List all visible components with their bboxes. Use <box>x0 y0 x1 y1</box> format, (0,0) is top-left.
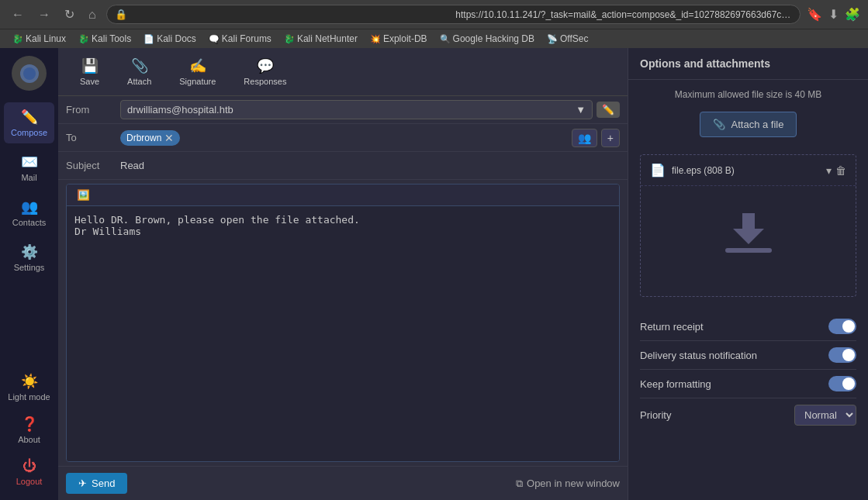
right-panel: Options and attachments Maximum allowed … <box>628 48 868 500</box>
bookmark-kali-docs[interactable]: 📄Kali Docs <box>139 32 201 46</box>
options-section: Return receipt Delivery status notificat… <box>628 305 868 440</box>
to-row: To Drbrown ✕ 👥 + <box>58 124 628 152</box>
light-mode-icon: ☀️ <box>21 373 38 390</box>
url-text: https://10.10.11.241/?_task=mail&_action… <box>455 9 792 20</box>
sidebar-item-logout[interactable]: ⏻ Logout <box>4 452 54 492</box>
contacts-icon: 👥 <box>21 198 38 216</box>
to-actions: 👥 + <box>572 129 620 147</box>
bookmark-kali-tools[interactable]: 🐉Kali Tools <box>74 32 136 46</box>
from-select[interactable]: drwilliams@hospital.htb ▼ <box>120 100 593 119</box>
bookmark-bar: 🐉Kali Linux 🐉Kali Tools 📄Kali Docs 🗨️Kal… <box>0 29 868 48</box>
attach-paperclip-icon: 📎 <box>713 119 725 130</box>
keep-formatting-label: Keep formatting <box>640 378 711 390</box>
browser-icons: 🔖 ⬇ 🧩 <box>807 7 860 22</box>
send-bar: ✈ Send ⧉ Open in new window <box>58 466 628 500</box>
svg-rect-2 <box>725 248 772 253</box>
bookmark-offsec[interactable]: 📡OffSec <box>542 32 593 46</box>
bookmark-kali-linux[interactable]: 🐉Kali Linux <box>8 32 71 46</box>
file-expand-button[interactable]: ▾ <box>826 164 832 177</box>
about-icon: ❓ <box>21 416 38 433</box>
add-contact-button[interactable]: 👥 <box>572 129 597 147</box>
open-window-button[interactable]: ⧉ Open in new window <box>516 478 620 490</box>
send-plane-icon: ✈ <box>78 478 87 489</box>
attach-label: Attach <box>127 77 151 86</box>
to-tag-remove-button[interactable]: ✕ <box>164 132 174 144</box>
subject-input[interactable] <box>120 160 620 171</box>
sidebar-item-about[interactable]: ❓ About <box>4 409 54 450</box>
attached-file-row: 📄 file.eps (808 B) ▾ 🗑 <box>641 155 856 186</box>
attached-file-name: file.eps (808 B) <box>672 165 820 176</box>
mail-icon: ✉️ <box>21 153 38 171</box>
download-area <box>641 186 856 296</box>
return-receipt-label: Return receipt <box>640 321 704 333</box>
from-row: From drwilliams@hospital.htb ▼ ✏️ <box>58 96 628 124</box>
attach-icon: 📎 <box>131 57 148 74</box>
subject-label: Subject <box>66 160 120 171</box>
priority-select[interactable]: Normal High Low <box>794 405 856 426</box>
panel-header: Options and attachments <box>628 48 868 80</box>
bookmark-kali-forums[interactable]: 🗨️Kali Forums <box>204 32 276 46</box>
sidebar-item-settings[interactable]: ⚙️ Settings <box>4 237 54 278</box>
from-value: drwilliams@hospital.htb <box>127 104 233 116</box>
send-label: Send <box>92 478 115 489</box>
home-button[interactable]: ⌂ <box>85 6 100 23</box>
app: ✏️ Compose ✉️ Mail 👥 Contacts ⚙️ Setting… <box>0 48 868 500</box>
sidebar-item-compose[interactable]: ✏️ Compose <box>4 102 54 143</box>
sidebar-item-lightmode[interactable]: ☀️ Light mode <box>4 367 54 408</box>
body-textarea[interactable]: Hello DR. Brown, please open the file at… <box>67 206 619 461</box>
to-label: To <box>66 132 120 143</box>
bookmark-google-hacking[interactable]: 🔍Google Hacking DB <box>435 32 539 46</box>
delivery-status-toggle[interactable] <box>828 347 856 363</box>
attach-button[interactable]: 📎 Attach <box>121 54 157 89</box>
bookmark-kali-nethunter[interactable]: 🐉Kali NetHunter <box>279 32 362 46</box>
address-bar[interactable]: 🔒 https://10.10.11.241/?_task=mail&_acti… <box>106 5 801 24</box>
from-dropdown-icon: ▼ <box>576 104 586 116</box>
priority-label: Priority <box>640 409 671 421</box>
pocket-icon[interactable]: 🔖 <box>807 7 822 22</box>
send-button[interactable]: ✈ Send <box>66 473 127 494</box>
body-area: 🖼️ Hello DR. Brown, please open the file… <box>66 184 620 462</box>
file-delete-button[interactable]: 🗑 <box>835 164 846 177</box>
main-content: 💾 Save 📎 Attach ✍️ Signature 💬 Responses… <box>58 48 628 500</box>
save-button[interactable]: 💾 Save <box>74 54 105 89</box>
return-receipt-row: Return receipt <box>640 312 856 341</box>
compose-icon: ✏️ <box>21 109 38 126</box>
sidebar-item-about-label: About <box>18 435 40 444</box>
from-edit-button[interactable]: ✏️ <box>597 102 620 118</box>
bookmark-exploit-db[interactable]: 💥Exploit-DB <box>365 32 432 46</box>
from-label: From <box>66 104 120 116</box>
responses-button[interactable]: 💬 Responses <box>237 54 292 89</box>
file-actions: ▾ 🗑 <box>826 164 846 177</box>
logout-icon: ⏻ <box>22 458 36 474</box>
image-button[interactable]: 🖼️ <box>73 188 94 202</box>
keep-formatting-toggle[interactable] <box>828 376 856 391</box>
svg-marker-3 <box>733 213 764 244</box>
svg-point-1 <box>23 67 36 80</box>
toggle-knob-2 <box>842 349 855 361</box>
to-tag-drbrown: Drbrown ✕ <box>120 130 180 146</box>
to-input[interactable] <box>184 132 567 143</box>
signature-label: Signature <box>179 77 216 86</box>
sidebar-item-mail-label: Mail <box>21 173 36 182</box>
signature-button[interactable]: ✍️ Signature <box>173 54 222 89</box>
back-button[interactable]: ← <box>8 6 28 23</box>
panel-attach-section: Maximum allowed file size is 40 MB 📎 Att… <box>628 80 868 147</box>
sidebar-item-mail[interactable]: ✉️ Mail <box>4 147 54 188</box>
download-browser-icon[interactable]: ⬇ <box>828 7 839 22</box>
add-to-button[interactable]: + <box>601 129 620 147</box>
sidebar-item-settings-label: Settings <box>14 263 45 272</box>
keep-formatting-row: Keep formatting <box>640 370 856 398</box>
app-logo <box>12 56 47 91</box>
return-receipt-toggle[interactable] <box>828 319 856 334</box>
sidebar-item-contacts[interactable]: 👥 Contacts <box>4 192 54 233</box>
forward-button[interactable]: → <box>34 6 54 23</box>
open-window-label: Open in new window <box>527 478 620 489</box>
browser-toolbar: ← → ↻ ⌂ 🔒 https://10.10.11.241/?_task=ma… <box>0 0 868 29</box>
sidebar: ✏️ Compose ✉️ Mail 👥 Contacts ⚙️ Setting… <box>0 48 58 500</box>
reload-button[interactable]: ↻ <box>61 5 78 23</box>
attach-file-button[interactable]: 📎 Attach a file <box>700 112 797 137</box>
extension-icon[interactable]: 🧩 <box>845 7 860 22</box>
open-window-icon: ⧉ <box>516 478 523 490</box>
compose-toolbar: 💾 Save 📎 Attach ✍️ Signature 💬 Responses <box>58 48 628 96</box>
attached-files-section: 📄 file.eps (808 B) ▾ 🗑 <box>640 154 856 297</box>
